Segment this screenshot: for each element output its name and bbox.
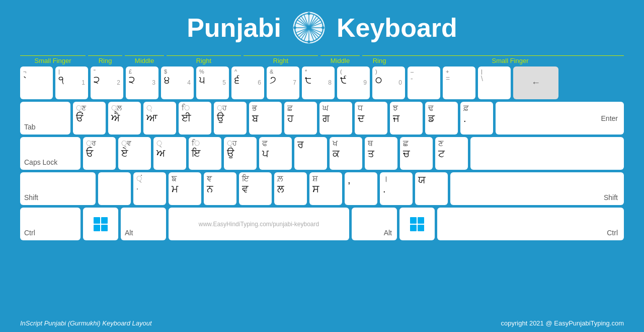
key-8[interactable]: * ੮8	[302, 67, 335, 99]
win-left-key[interactable]	[83, 208, 118, 240]
key-backslash[interactable]: | \	[478, 67, 511, 99]
windows-left-icon	[93, 216, 109, 232]
caps-lock-key[interactable]: Caps Lock	[20, 137, 80, 170]
key-1[interactable]: | ੧1	[55, 67, 88, 99]
key-q[interactable]: ੍ਣ ਓਂ	[73, 102, 106, 135]
keyboard-container: Small Finger Ring Middle Right Right Mid…	[0, 55, 644, 240]
chakra-icon	[291, 10, 327, 45]
finger-label-middle-left: Middle	[125, 55, 164, 64]
svg-rect-25	[410, 225, 417, 231]
ctrl-right-label: Ctrl	[607, 229, 618, 237]
key-n[interactable]: ਸ਼ ਸ	[309, 172, 342, 205]
backspace-key[interactable]: ←	[513, 67, 558, 99]
qwerty-row: Tab ੍ਣ ਓਂ ੍ਲ਼ ਐ ਼ ਆ ਿ ਈ	[20, 102, 624, 135]
key-7[interactable]: & ੭7	[267, 67, 299, 99]
win-right-key[interactable]	[399, 208, 435, 240]
key-2[interactable]: " ੨2	[91, 67, 123, 99]
svg-rect-26	[418, 225, 424, 231]
key-semicolon[interactable]: ਛ ਚ	[400, 137, 433, 170]
space-url: www.EasyHindiTyping.com/punjabi-keyboard	[199, 221, 319, 228]
svg-point-16	[307, 40, 310, 43]
ctrl-left-label: Ctrl	[24, 229, 35, 237]
svg-rect-19	[94, 217, 100, 224]
space-key[interactable]: www.EasyHindiTyping.com/punjabi-keyboard	[169, 208, 349, 240]
svg-rect-23	[410, 217, 417, 224]
key-4[interactable]: $ ੪4	[161, 67, 194, 99]
key-h[interactable]: ਫ ਪ	[259, 137, 292, 170]
key-9[interactable]: ( ੯9	[337, 67, 370, 99]
key-y[interactable]: ਭ ਬ	[249, 102, 282, 135]
ctrl-right-key[interactable]: Ctrl	[437, 208, 624, 240]
alt-left-key[interactable]: Alt	[121, 208, 166, 240]
key-u[interactable]: ਛ ਹ	[284, 102, 317, 135]
key-e[interactable]: ਼ ਆ	[143, 102, 176, 135]
caps-lock-label: Caps Lock	[24, 158, 57, 166]
enter-key-ext[interactable]	[470, 137, 624, 170]
key-v[interactable]: ਇ ਵ	[239, 172, 272, 205]
finger-label-right1: Right	[167, 55, 241, 64]
key-equal[interactable]: + =	[443, 67, 475, 99]
key-a[interactable]: ੍ਰ ਓ	[83, 137, 116, 170]
key-k[interactable]: ਖ ਕ	[330, 137, 362, 170]
bottom-row: Ctrl Alt www.EasyHindiTyping.com/punjabi…	[20, 208, 624, 240]
key-x[interactable]: ਙ ਮ	[169, 172, 201, 205]
key-3[interactable]: £ ੨3	[126, 67, 158, 99]
footer-right: copyright 2021 @ EasyPunjabiTyping.com	[501, 319, 624, 327]
key-i[interactable]: ਘ ਗ	[319, 102, 352, 135]
svg-rect-22	[101, 225, 108, 231]
shift-row: Shift ੍ਂ . ਙ ਮ ਞ ਨ	[20, 172, 624, 205]
key-6[interactable]: ^ ੬6	[231, 67, 264, 99]
number-row: ¬ ` | ੧1 " ੨2 £ ੨3 $	[20, 67, 624, 99]
footer-left: InScript Punjabi (Gurmukhi) Keyboard Lay…	[20, 319, 152, 327]
shift-left-key[interactable]: Shift	[20, 172, 96, 205]
key-p[interactable]: ਝ ਜ	[390, 102, 423, 135]
key-d[interactable]: ੍ ਅ	[153, 137, 186, 170]
svg-rect-20	[101, 217, 108, 224]
key-m[interactable]: ,	[345, 172, 377, 205]
shift-right-label: Shift	[604, 193, 618, 202]
ctrl-left-key[interactable]: Ctrl	[20, 208, 80, 240]
key-s[interactable]: ੍ਵ ਏ	[118, 137, 151, 170]
tab-label: Tab	[24, 123, 36, 131]
alt-right-label: Alt	[384, 229, 392, 237]
enter-label: Enter	[601, 114, 618, 122]
finger-label-ring-left: Ring	[88, 55, 122, 64]
alt-right-key[interactable]: Alt	[352, 208, 397, 240]
key-minus[interactable]: – -	[408, 67, 440, 99]
enter-key[interactable]: Enter	[496, 102, 624, 135]
key-bracket-left[interactable]: ਢ ਡ	[425, 102, 458, 135]
key-quote[interactable]: ਣ ਟ	[435, 137, 468, 170]
key-period[interactable]: ਯ	[415, 172, 448, 205]
tab-key[interactable]: Tab	[20, 102, 70, 135]
svg-rect-21	[94, 225, 100, 231]
key-5[interactable]: % ੫5	[196, 67, 229, 99]
title-right: Keyboard	[337, 13, 457, 43]
key-t[interactable]: ੍ਹ ਉ	[214, 102, 247, 135]
key-f[interactable]: ਿ ਇ	[189, 137, 221, 170]
key-w[interactable]: ੍ਲ਼ ਐ	[108, 102, 141, 135]
key-extra[interactable]	[98, 172, 131, 205]
shift-left-label: Shift	[24, 193, 38, 202]
key-z[interactable]: ੍ਂ .	[133, 172, 166, 205]
key-r[interactable]: ਿ ਈ	[179, 102, 211, 135]
title-left: Punjabi	[187, 13, 281, 43]
finger-label-right2: Right	[244, 55, 318, 64]
finger-label-small-left: Small Finger	[20, 55, 86, 64]
alt-left-label: Alt	[125, 229, 133, 237]
key-bracket-right[interactable]: ਫ਼ .	[460, 102, 493, 135]
finger-label-ring-right: Ring	[362, 55, 396, 64]
key-g[interactable]: ੍ਹ ਉ	[224, 137, 257, 170]
key-l[interactable]: ਥ ਤ	[365, 137, 397, 170]
key-0[interactable]: ) ੦0	[372, 67, 405, 99]
key-c[interactable]: ਞ ਨ	[204, 172, 236, 205]
home-row: Caps Lock ੍ਰ ਓ ੍ਵ ਏ ੍ ਅ ਿ ਇ	[20, 137, 624, 170]
windows-right-icon	[409, 216, 425, 232]
shift-right-key[interactable]: Shift	[450, 172, 624, 205]
key-backtick[interactable]: ¬ `	[20, 67, 53, 99]
key-o[interactable]: ਧ ਦ	[355, 102, 387, 135]
backspace-icon: ←	[531, 78, 540, 88]
key-comma[interactable]: । .	[380, 172, 413, 205]
svg-point-18	[321, 26, 325, 29]
key-j[interactable]: ਰ	[294, 137, 327, 170]
key-b[interactable]: ਲ਼ ਲ	[274, 172, 307, 205]
